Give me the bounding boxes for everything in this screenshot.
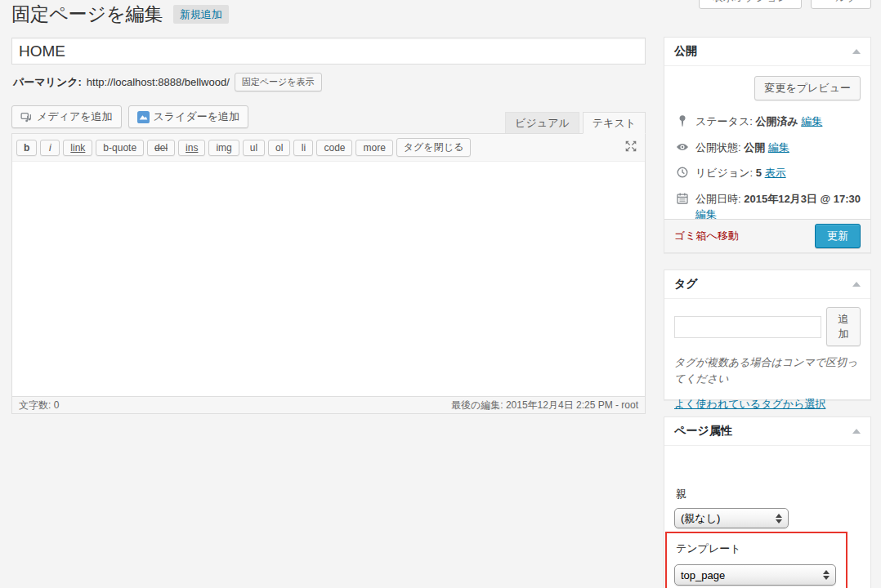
text-editor: b i link b-quote del ins img ul ol li co… — [11, 133, 646, 414]
tags-panel-title: タグ — [674, 277, 698, 290]
page-title: 固定ページを編集 — [11, 2, 163, 27]
post-title-input[interactable] — [11, 38, 646, 65]
clock-icon — [676, 166, 689, 179]
editor-mode-tabs: ビジュアル テキスト — [11, 112, 646, 134]
publish-panel: 公開 変更をプレビュー ステータス: 公開済み 編集 — [664, 37, 871, 253]
visibility-label: 公開状態: — [695, 141, 741, 154]
permalink-label: パーマリンク: — [13, 75, 82, 90]
qt-ol-button[interactable]: ol — [268, 140, 290, 156]
select-arrows-icon — [776, 514, 782, 523]
tags-panel-header[interactable]: タグ — [664, 270, 870, 299]
status-value: 公開済み — [755, 115, 798, 127]
collapse-arrow-icon[interactable] — [852, 429, 861, 434]
status-label: ステータス: — [695, 115, 753, 127]
view-page-button[interactable]: 固定ページを表示 — [235, 73, 322, 91]
page-attributes-body: 親 (親なし) テンプレート top_page 順序 — [664, 446, 870, 588]
qt-li-button[interactable]: li — [293, 140, 313, 156]
status-edit-link[interactable]: 編集 — [801, 115, 822, 127]
collapse-arrow-icon[interactable] — [852, 49, 861, 54]
template-selected-value: top_page — [681, 569, 725, 581]
word-count-label: 文字数: — [19, 399, 51, 411]
qt-close-tags-button[interactable]: タグを閉じる — [396, 138, 471, 157]
qt-blockquote-button[interactable]: b-quote — [96, 140, 144, 156]
pin-icon — [676, 114, 689, 127]
help-button[interactable]: ヘルプ — [811, 0, 871, 9]
publish-date-label: 公開日時: — [695, 193, 741, 205]
parent-select[interactable]: (親なし) — [674, 508, 789, 528]
revisions-row: リビジョン: 5 表示 — [674, 160, 861, 186]
parent-label: 親 — [676, 487, 686, 501]
editor-status-bar: 文字数: 0 最後の編集: 2015年12月4日 2:25 PM - root — [12, 396, 645, 413]
collapse-arrow-icon[interactable] — [852, 282, 861, 287]
publish-panel-body: 変更をプレビュー ステータス: 公開済み 編集 — [664, 66, 870, 228]
word-count: 文字数: 0 — [19, 399, 59, 412]
preview-changes-button[interactable]: 変更をプレビュー — [754, 76, 861, 100]
visibility-row: 公開状態: 公開 編集 — [674, 135, 861, 161]
qt-del-button[interactable]: del — [147, 140, 175, 156]
add-tag-button[interactable]: 追加 — [826, 307, 861, 346]
publish-actions-footer: ゴミ箱へ移動 更新 — [664, 219, 870, 252]
tab-text[interactable]: テキスト — [583, 112, 646, 134]
qt-bold-button[interactable]: b — [16, 140, 37, 156]
publish-date-value: 2015年12月3日 @ 17:30 — [744, 193, 861, 205]
permalink-row: パーマリンク: http://localhost:8888/bellwood/ … — [13, 73, 322, 91]
qt-img-button[interactable]: img — [208, 140, 239, 156]
visibility-value: 公開 — [744, 141, 765, 154]
qt-ins-button[interactable]: ins — [178, 140, 205, 156]
qt-code-button[interactable]: code — [316, 140, 352, 156]
publish-panel-title: 公開 — [674, 44, 697, 57]
revisions-view-link[interactable]: 表示 — [765, 167, 786, 179]
qt-more-button[interactable]: more — [356, 140, 392, 156]
editor-textarea[interactable] — [12, 161, 645, 396]
tab-visual[interactable]: ビジュアル — [505, 112, 579, 134]
template-label: テンプレート — [676, 541, 741, 556]
move-to-trash-link[interactable]: ゴミ箱へ移動 — [674, 229, 739, 243]
fullscreen-expand-icon[interactable] — [624, 139, 638, 154]
word-count-value: 0 — [54, 399, 60, 411]
page-attributes-title: ページ属性 — [674, 424, 732, 437]
parent-selected-value: (親なし) — [681, 511, 720, 526]
tags-hint-text: タグが複数ある場合はコンマで区切ってください — [674, 354, 861, 387]
update-button[interactable]: 更新 — [815, 224, 861, 248]
new-tag-input[interactable] — [674, 316, 821, 338]
choose-from-tags-link[interactable]: よく使われているタグから選択 — [674, 398, 825, 410]
last-edited-info: 最後の編集: 2015年12月4日 2:25 PM - root — [451, 399, 638, 412]
page-attributes-header[interactable]: ページ属性 — [664, 417, 870, 446]
quicktags-toolbar: b i link b-quote del ins img ul ol li co… — [12, 134, 645, 161]
add-new-button[interactable]: 新規追加 — [173, 5, 229, 24]
select-arrows-icon — [823, 570, 830, 580]
publish-panel-header[interactable]: 公開 — [664, 38, 870, 66]
tags-panel-body: 追加 タグが複数ある場合はコンマで区切ってください よく使われているタグから選択 — [664, 299, 870, 420]
screen-options-button[interactable]: 表示オプション — [699, 0, 802, 9]
revisions-value: 5 — [756, 167, 762, 179]
page-header: 固定ページを編集 新規追加 — [11, 2, 229, 27]
page-attributes-panel: ページ属性 親 (親なし) テンプレート top_page 順序 — [664, 416, 871, 588]
visibility-edit-link[interactable]: 編集 — [768, 141, 789, 154]
status-row: ステータス: 公開済み 編集 — [674, 109, 861, 135]
revisions-label: リビジョン: — [695, 167, 753, 179]
permalink-url: http://localhost:8888/bellwood/ — [87, 76, 230, 88]
eye-icon — [676, 140, 689, 154]
qt-link-button[interactable]: link — [63, 140, 92, 156]
qt-italic-button[interactable]: i — [40, 140, 60, 156]
calendar-icon — [676, 192, 689, 205]
tags-panel: タグ 追加 タグが複数ある場合はコンマで区切ってください よく使われているタグか… — [664, 270, 871, 400]
wordpress-edit-page-screen: 表示オプション ヘルプ 固定ページを編集 新規追加 パーマリンク: http:/… — [0, 0, 881, 588]
qt-ul-button[interactable]: ul — [243, 140, 265, 156]
template-select[interactable]: top_page — [674, 564, 836, 586]
